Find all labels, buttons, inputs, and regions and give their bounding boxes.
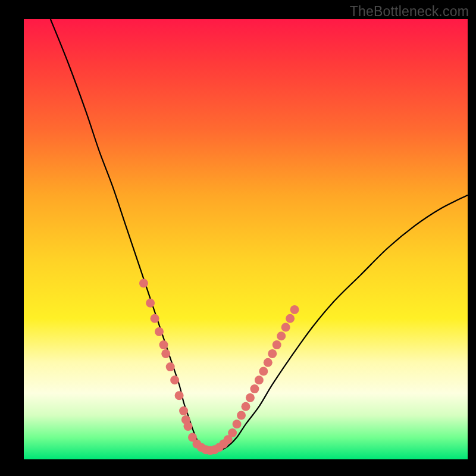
data-marker bbox=[259, 367, 268, 376]
data-marker bbox=[151, 314, 159, 323]
data-marker bbox=[237, 411, 246, 420]
data-marker bbox=[175, 391, 184, 400]
data-marker bbox=[242, 402, 250, 411]
chart-frame: TheBottleneck.com bbox=[0, 0, 476, 476]
data-marker bbox=[286, 314, 295, 323]
data-marker bbox=[155, 327, 164, 336]
data-marker bbox=[166, 362, 175, 371]
bottleneck-curve bbox=[51, 19, 468, 451]
data-marker bbox=[264, 358, 273, 367]
data-marker bbox=[281, 323, 290, 332]
data-marker bbox=[290, 305, 299, 314]
data-marker bbox=[139, 279, 148, 288]
data-marker bbox=[228, 428, 237, 437]
data-marker bbox=[184, 422, 193, 431]
plot-area bbox=[24, 19, 468, 459]
data-marker bbox=[255, 375, 264, 384]
data-marker bbox=[179, 406, 188, 415]
data-marker bbox=[273, 340, 281, 349]
data-marker bbox=[170, 375, 179, 384]
data-marker bbox=[233, 419, 242, 428]
data-marker bbox=[146, 299, 155, 308]
data-marker bbox=[246, 393, 255, 402]
watermark-text: TheBottleneck.com bbox=[350, 4, 469, 20]
data-marker bbox=[250, 384, 259, 393]
data-marker bbox=[277, 331, 286, 340]
data-marker bbox=[268, 349, 277, 358]
chart-svg bbox=[24, 19, 468, 459]
data-marker bbox=[161, 349, 170, 358]
marker-group bbox=[139, 279, 299, 455]
data-marker bbox=[159, 340, 168, 349]
